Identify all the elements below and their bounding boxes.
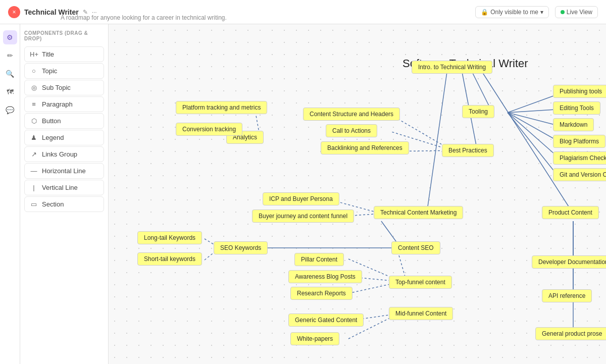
map-button[interactable]: 🗺 — [3, 85, 17, 99]
panel-title: COMPONENTS (DRAG & DROP) — [24, 30, 104, 41]
subtopic-comp-label: Sub Topic — [42, 84, 71, 91]
settings-button[interactable]: ⚙ — [3, 30, 17, 44]
header-subtitle: A roadmap for anyone looking for a caree… — [61, 14, 227, 21]
node-whitepapers[interactable]: White-papers — [290, 332, 339, 345]
topic-component-item[interactable]: ○ Topic — [24, 63, 104, 79]
node-awareness-blog[interactable]: Awareness Blog Posts — [288, 270, 362, 283]
node-git[interactable]: Git and Version Control — [553, 168, 606, 181]
icon-sidebar: ⚙ ✏ 🔍 🗺 💬 — [0, 24, 20, 364]
node-intro[interactable]: Intro. to Technical Writing — [412, 61, 492, 74]
components-panel: COMPONENTS (DRAG & DROP) H+ Title ○ Topi… — [20, 24, 109, 364]
node-platform-tracking[interactable]: Platform tracking and metrics — [176, 101, 267, 114]
node-longtail[interactable]: Long-tail Keywords — [137, 231, 202, 244]
node-midfunnel[interactable]: Mid-funnel Content — [389, 307, 453, 320]
button-comp-label: Button — [42, 117, 61, 125]
title-component-item[interactable]: H+ Title — [24, 46, 104, 62]
node-tooling[interactable]: Tooling — [462, 105, 494, 118]
node-tech-content-marketing[interactable]: Technical Content Marketing — [374, 206, 463, 219]
legend-comp-label: Legend — [42, 134, 64, 141]
legend-component-item[interactable]: ♟ Legend — [24, 130, 104, 145]
vline-comp-label: Vertical Line — [42, 184, 78, 191]
node-general-prose[interactable]: General product prose — [535, 327, 606, 340]
node-publishing-tools[interactable]: Publishing tools — [553, 85, 606, 98]
paragraph-comp-icon: ≡ — [30, 100, 38, 108]
button-component-item[interactable]: ⬡ Button — [24, 113, 104, 129]
close-button[interactable]: × — [8, 6, 20, 18]
visibility-label: Only visible to me — [490, 9, 538, 16]
paragraph-comp-label: Paragraph — [42, 100, 73, 108]
topic-comp-icon: ○ — [30, 67, 38, 75]
lock-icon: 🔒 — [481, 9, 488, 16]
search-button[interactable]: 🔍 — [3, 67, 17, 81]
topic-comp-label: Topic — [42, 67, 57, 75]
node-shorttail[interactable]: Short-tail keywords — [137, 252, 202, 266]
node-content-structure[interactable]: Content Structure and Headers — [303, 108, 400, 121]
node-product-content[interactable]: Product Content — [542, 206, 599, 219]
live-view-label: Live View — [567, 9, 592, 16]
node-markdown[interactable]: Markdown — [553, 118, 594, 131]
live-dot — [561, 10, 565, 14]
verticalline-component-item[interactable]: | Vertical Line — [24, 180, 104, 195]
node-plagiarism[interactable]: Plagiarism Checker — [553, 151, 606, 165]
linksgroup-component-item[interactable]: ↗ Links Group — [24, 146, 104, 162]
title-comp-label: Title — [42, 50, 54, 58]
section-component-item[interactable]: ▭ Section — [24, 196, 104, 212]
horizontalline-component-item[interactable]: — Horizontal Line — [24, 163, 104, 179]
section-comp-label: Section — [42, 200, 64, 208]
node-best-practices[interactable]: Best Practices — [442, 144, 494, 157]
node-backlinking[interactable]: Backlinking and References — [321, 141, 409, 154]
node-editing-tools[interactable]: Editing Tools — [553, 101, 600, 115]
visibility-button[interactable]: 🔒 Only visible to me ▾ — [475, 6, 549, 18]
subtopic-component-item[interactable]: ◎ Sub Topic — [24, 80, 104, 95]
hline-comp-icon: — — [30, 167, 38, 175]
node-generic-gated[interactable]: Generic Gated Content — [288, 314, 364, 327]
legend-comp-icon: ♟ — [30, 134, 38, 141]
node-cta[interactable]: Call to Actions — [326, 124, 377, 137]
node-buyer-journey[interactable]: Buyer journey and content funnel — [252, 210, 354, 223]
main-layout: ⚙ ✏ 🔍 🗺 💬 COMPONENTS (DRAG & DROP) H+ Ti… — [0, 24, 606, 364]
title-comp-icon: H+ — [30, 50, 38, 58]
live-view-button[interactable]: Live View — [555, 6, 598, 18]
node-developer-docs[interactable]: Developer Documentation — [532, 255, 606, 269]
main-canvas[interactable]: Software Technical Writer Intro. to Tech… — [109, 24, 606, 364]
node-topfunnel[interactable]: Top-funnel content — [389, 276, 452, 289]
node-seo-keywords[interactable]: SEO Keywords — [214, 241, 268, 254]
node-pillar[interactable]: Pillar Content — [294, 253, 344, 266]
button-comp-icon: ⬡ — [30, 117, 38, 125]
chevron-down-icon: ▾ — [540, 9, 543, 16]
brush-button[interactable]: ✏ — [3, 48, 17, 63]
linksgroup-comp-icon: ↗ — [30, 150, 38, 158]
header-right: 🔒 Only visible to me ▾ Live View — [475, 6, 598, 18]
node-api-ref[interactable]: API reference — [542, 289, 592, 302]
svg-line-13 — [427, 72, 447, 214]
linksgroup-comp-label: Links Group — [42, 150, 77, 158]
subtopic-comp-icon: ◎ — [30, 84, 38, 91]
node-conversion-tracking[interactable]: Conversion tracking — [176, 123, 242, 136]
paragraph-component-item[interactable]: ≡ Paragraph — [24, 96, 104, 112]
node-content-seo[interactable]: Content SEO — [391, 241, 440, 254]
comment-button[interactable]: 💬 — [3, 103, 17, 117]
hline-comp-label: Horizontal Line — [42, 167, 86, 175]
node-research-reports[interactable]: Research Reports — [290, 287, 352, 300]
node-blog-platforms[interactable]: Blog Platforms — [553, 135, 605, 148]
section-comp-icon: ▭ — [30, 200, 38, 208]
node-icp[interactable]: ICP and Buyer Persona — [263, 192, 339, 205]
vline-comp-icon: | — [30, 184, 38, 191]
header: × Technical Writer ✎ ··· A roadmap for a… — [0, 0, 606, 24]
